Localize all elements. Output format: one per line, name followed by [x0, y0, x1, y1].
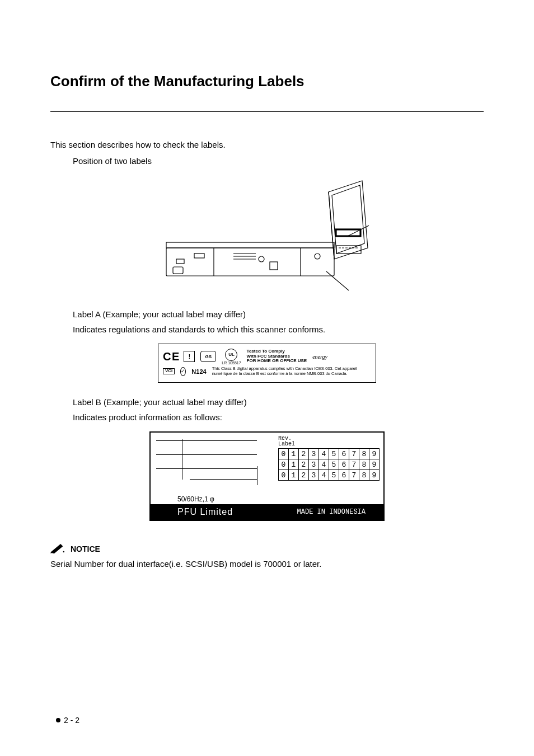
labelA-caption: Label A (Example; your actual label may …: [73, 308, 484, 321]
labelA-figure: C E ! GS UL LR 105517 Tested To Comply W…: [50, 344, 484, 383]
grid-cell: 2: [299, 459, 309, 469]
labelB-caption: Label B (Example; your actual label may …: [73, 396, 484, 409]
grid-cell: 5: [329, 449, 339, 459]
svg-rect-4: [194, 253, 204, 258]
c-tick-icon: ✓: [180, 367, 186, 376]
pfu-limited-text: PFU Limited: [177, 507, 233, 517]
page-title: Confirm of the Manufacturing Labels: [50, 73, 484, 90]
notice-pencil-icon: [50, 542, 66, 556]
grid-cell: 4: [319, 459, 329, 469]
grid-cell: 7: [349, 470, 359, 480]
gs-mark-icon: GS: [200, 351, 216, 362]
scanner-illustration: [161, 175, 373, 293]
notice-text: Serial Number for dual interface(i.e. SC…: [50, 559, 484, 569]
grid-cell: 8: [359, 449, 369, 459]
warning-triangle-icon: !: [184, 351, 195, 362]
labelB-desc: Indicates product information as follows…: [73, 411, 484, 424]
grid-cell: 2: [299, 470, 309, 480]
svg-rect-7: [270, 262, 278, 270]
grid-cell: 4: [319, 470, 329, 480]
grid-cell: 9: [369, 470, 379, 480]
made-in-text: MADE IN INDONESIA: [295, 508, 368, 516]
grid-cell: 6: [339, 470, 349, 480]
svg-rect-11: [336, 230, 360, 236]
grid-cell: 2: [299, 449, 309, 459]
ce-mark-icon: C E: [163, 350, 178, 363]
grid-cell: 5: [329, 470, 339, 480]
grid-cell: 3: [309, 449, 319, 459]
title-rule: [50, 111, 484, 112]
grid-cell: 1: [289, 470, 299, 480]
svg-rect-3: [173, 267, 183, 274]
grid-cell: 3: [309, 470, 319, 480]
notice-heading: NOTICE: [71, 544, 100, 553]
energy-star-icon: energy: [312, 354, 327, 360]
n124-text: N124: [191, 368, 206, 375]
ul-mark-icon: UL LR 105517: [222, 349, 241, 365]
svg-rect-0: [166, 248, 334, 276]
rev-label-text: Rev. Label: [278, 436, 295, 447]
vcci-mark-icon: VCI: [163, 368, 175, 374]
grid-cell: 9: [369, 449, 379, 459]
grid-cell: 9: [369, 459, 379, 469]
page-number-text: 2 - 2: [64, 716, 79, 725]
position-heading: Position of two labels: [73, 155, 484, 168]
grid-cell: 0: [279, 449, 289, 459]
labelA-box: C E ! GS UL LR 105517 Tested To Comply W…: [158, 344, 376, 383]
grid-cell: 6: [339, 459, 349, 469]
grid-cell: 0: [279, 470, 289, 480]
frequency-text: 50/60Hz,1 φ: [177, 495, 214, 503]
grid-cell: 1: [289, 459, 299, 469]
page-number: 2 - 2: [56, 716, 79, 725]
svg-line-14: [326, 271, 349, 290]
grid-cell: 7: [349, 459, 359, 469]
grid-cell: 0: [279, 459, 289, 469]
grid-row: 0123456789: [279, 449, 379, 459]
grid-cell: 8: [359, 459, 369, 469]
labelB-box: Rev. Label 0123456789 0123456789 0123456…: [149, 431, 385, 521]
grid-row: 0123456789: [279, 459, 379, 469]
svg-rect-2: [176, 259, 184, 264]
labelA-desc: Indicates regulations and standards to w…: [73, 323, 484, 336]
grid-cell: 4: [319, 449, 329, 459]
grid-cell: 5: [329, 459, 339, 469]
fcc-text: Tested To Comply With FCC Standards FOR …: [247, 349, 307, 364]
ices-text: This Class B digital apparatus complies …: [212, 367, 371, 376]
intro-text: This section describes how to check the …: [50, 139, 484, 152]
grid-cell: 8: [359, 470, 369, 480]
svg-point-6: [259, 256, 264, 262]
labelB-figure: Rev. Label 0123456789 0123456789 0123456…: [50, 431, 484, 523]
scanner-figure: [50, 175, 484, 295]
svg-point-15: [63, 551, 65, 553]
svg-rect-1: [166, 242, 334, 248]
grid-cell: 1: [289, 449, 299, 459]
grid-cell: 3: [309, 459, 319, 469]
grid-cell: 7: [349, 449, 359, 459]
svg-point-9: [315, 253, 320, 259]
bullet-icon: [56, 718, 60, 722]
grid-cell: 6: [339, 449, 349, 459]
rev-digit-grid: 0123456789 0123456789 0123456789: [278, 448, 380, 481]
grid-row: 0123456789: [279, 469, 379, 480]
